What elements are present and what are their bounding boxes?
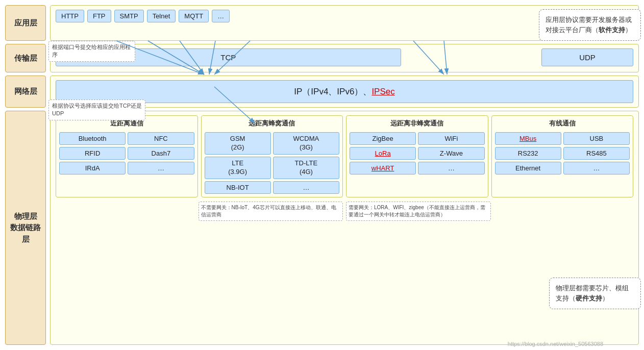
wired-title: 有线通信 <box>495 119 630 128</box>
dash7-box: Dash7 <box>128 147 194 160</box>
url-text: https://blog.csdn.net/weixin_50563088 <box>508 341 603 347</box>
lte-box: LTE (3.9G) <box>205 157 271 179</box>
udp-box: UDP <box>541 48 633 66</box>
cellular-title: 远距离蜂窝通信 <box>205 119 340 128</box>
phy-wired: 有线通信 MBus USB RS232 RS485 Ethernet … <box>491 115 634 197</box>
irda-box: IRdA <box>59 162 126 174</box>
non-cellular-grid: ZigBee WiFi LoRa Z-Wave wHART … <box>350 132 485 174</box>
nfc-box: NFC <box>128 132 194 145</box>
short-ellipsis-box: … <box>128 162 194 174</box>
ethernet-box: Ethernet <box>495 162 561 174</box>
gsm-box: GSM (2G) <box>205 132 271 155</box>
lora-box: LoRa <box>350 147 416 160</box>
protocol-annotation: 根据协议号选择应该提交给TCP还是UDP <box>48 99 145 120</box>
wired-ellipsis-box: … <box>563 162 630 174</box>
transport-layer-label: 传输层 <box>5 44 46 72</box>
cellular-footnote: 不需要网关：NB-IoT、4G芯片可以直接连上移动、联通、电信运营商 <box>199 202 343 221</box>
tdlte-box: TD-LTE (4G) <box>273 157 339 179</box>
cellular-grid: GSM (2G) WCDMA (3G) LTE (3.9G) TD-LTE (4… <box>205 132 340 194</box>
physical-layer-label: 物理层 数据链路层 <box>5 111 46 345</box>
whart-box: wHART <box>350 162 416 174</box>
wired-grid: MBus USB RS232 RS485 Ethernet … <box>495 132 630 174</box>
app-ellipsis1-box: … <box>212 10 230 22</box>
mbus-box: MBus <box>495 132 561 145</box>
physical-layer-row: 物理层 数据链路层 近距离通信 Bluetooth NFC RFID Dash7… <box>5 111 639 345</box>
phy-short-range: 近距离通信 Bluetooth NFC RFID Dash7 IRdA … <box>56 115 198 197</box>
zigbee-box: ZigBee <box>350 132 416 145</box>
phy-non-cellular: 远距离非蜂窝通信 ZigBee WiFi LoRa Z-Wave wHART … <box>346 115 488 197</box>
wcdma-box: WCDMA (3G) <box>273 132 339 155</box>
mqtt-box: MQTT <box>179 10 209 22</box>
transport-layer-content: TCP UDP <box>50 44 639 72</box>
usb-box: USB <box>563 132 630 145</box>
non-cellular-title: 远距离非蜂窝通信 <box>350 119 485 128</box>
physical-layer-content: 近距离通信 Bluetooth NFC RFID Dash7 IRdA … 远距… <box>50 111 639 345</box>
telnet-box: Telnet <box>147 10 176 22</box>
non-cellular-ellipsis-box: … <box>418 162 484 174</box>
bluetooth-box: Bluetooth <box>59 132 126 145</box>
main-container: 应用层 HTTP FTP SMTP Telnet MQTT … CoAP TFT… <box>0 0 644 350</box>
physical-sections: 近距离通信 Bluetooth NFC RFID Dash7 IRdA … 远距… <box>56 115 633 197</box>
application-layer-label: 应用层 <box>5 5 46 41</box>
rs485-box: RS485 <box>563 147 630 160</box>
network-layer-label: 网络层 <box>5 76 46 108</box>
phy-layer-note: 物理层都需要芯片、模组支持（硬件支持） <box>549 278 641 309</box>
phy-cellular: 远距离蜂窝通信 GSM (2G) WCDMA (3G) LTE (3.9G) T… <box>201 115 343 197</box>
rs232-box: RS232 <box>495 147 561 160</box>
short-range-grid: Bluetooth NFC RFID Dash7 IRdA … <box>59 132 194 174</box>
app-layer-note: 应用层协议需要开发服务器或对接云平台厂商（软件支持） <box>539 9 641 41</box>
rfid-box: RFID <box>59 147 126 160</box>
non-cellular-footnote: 需要网关：LORA、WIFI、zigbee（不能直接连上运营商，需要通过一个网关… <box>346 202 491 221</box>
zwave-box: Z-Wave <box>418 147 484 160</box>
wifi-box: WiFi <box>418 132 484 145</box>
ftp-box: FTP <box>87 10 111 22</box>
port-annotation: 根据端口号提交给相应的应用程序 <box>48 41 135 62</box>
cellular-ellipsis-box: … <box>273 181 339 194</box>
nbiot-box: NB-IOT <box>205 181 271 194</box>
http-box: HTTP <box>56 10 84 22</box>
smtp-box: SMTP <box>114 10 144 22</box>
